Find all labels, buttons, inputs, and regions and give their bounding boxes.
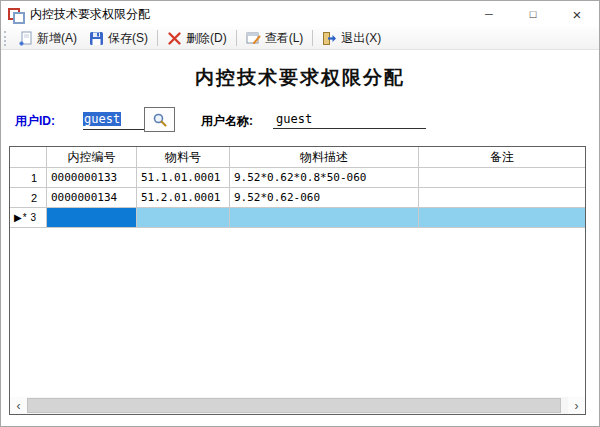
cell-material-no[interactable]: 51.1.01.0001 [137, 168, 230, 188]
toolbar: 新增(A) 保存(S) 删除(D) [1, 27, 599, 50]
maximize-button[interactable]: □ [511, 1, 555, 27]
cell-remark[interactable] [419, 188, 585, 208]
save-icon [89, 31, 104, 46]
window-controls: ─ □ × [467, 1, 599, 27]
delete-icon [167, 31, 182, 46]
cell-selected[interactable] [47, 208, 137, 228]
cell-material-no[interactable]: 51.2.01.0001 [137, 188, 230, 208]
grid-corner-cell[interactable] [10, 147, 47, 168]
cell-material-description[interactable]: 9.52*0.62*0.8*50-060 [230, 168, 419, 188]
view-button-label: 查看(L) [265, 30, 304, 47]
titlebar: 内控技术要求权限分配 ─ □ × [1, 1, 599, 27]
scroll-left-arrow-icon[interactable]: ‹ [10, 397, 27, 414]
delete-button[interactable]: 删除(D) [161, 28, 233, 48]
exit-icon [322, 31, 337, 46]
app-window: 内控技术要求权限分配 ─ □ × 新增(A) [0, 0, 600, 427]
user-id-value: guest [83, 112, 121, 126]
row-header[interactable]: 2 [10, 188, 47, 208]
table-row-new: ▶* 3 [10, 208, 585, 228]
scrollbar-thumb[interactable] [27, 398, 561, 413]
exit-button[interactable]: 退出(X) [316, 28, 387, 48]
grid-header-row: 内控编号 物料号 物料描述 备注 [10, 147, 585, 168]
user-lookup-button[interactable] [144, 107, 175, 132]
column-header-remark[interactable]: 备注 [419, 147, 585, 168]
table-row: 1 0000000133 51.1.01.0001 9.52*0.62*0.8*… [10, 168, 585, 188]
minimize-button[interactable]: ─ [467, 1, 511, 27]
user-name-input[interactable]: guest [273, 109, 426, 129]
save-button[interactable]: 保存(S) [83, 28, 154, 48]
toolbar-separator [236, 30, 237, 46]
user-id-input[interactable]: guest [83, 109, 144, 130]
table-row: 2 0000000134 51.2.01.0001 9.52*0.62-060 [10, 188, 585, 208]
view-icon [246, 31, 261, 46]
save-button-label: 保存(S) [108, 30, 148, 47]
cell-material-description[interactable] [230, 208, 419, 228]
row-header[interactable]: 1 [10, 168, 47, 188]
cell-internal-control-no[interactable]: 0000000133 [47, 168, 137, 188]
row-number: 3 [31, 212, 38, 223]
new-row-indicator-icon: ▶* [14, 212, 28, 223]
horizontal-scrollbar: ‹ › [10, 397, 585, 414]
user-name-value: guest [276, 112, 312, 126]
view-button[interactable]: 查看(L) [240, 28, 310, 48]
cell-material-description[interactable]: 9.52*0.62-060 [230, 188, 419, 208]
column-header-material-no[interactable]: 物料号 [137, 147, 230, 168]
close-button[interactable]: × [555, 1, 599, 27]
cell-remark[interactable] [419, 208, 585, 228]
delete-button-label: 删除(D) [186, 30, 227, 47]
cell-remark[interactable] [419, 168, 585, 188]
toolbar-grip-icon [4, 31, 8, 46]
scroll-right-arrow-icon[interactable]: › [568, 397, 585, 414]
cell-internal-control-no[interactable]: 0000000134 [47, 188, 137, 208]
toolbar-separator [312, 30, 313, 46]
add-button-label: 新增(A) [37, 30, 77, 47]
add-button[interactable]: 新增(A) [12, 28, 83, 48]
user-id-label: 用户ID: [15, 113, 55, 130]
column-header-material-description[interactable]: 物料描述 [230, 147, 419, 168]
window-title: 内控技术要求权限分配 [30, 6, 150, 23]
window-icon[interactable] [8, 7, 23, 22]
new-document-icon [18, 31, 33, 46]
window-icon-blue-square [13, 12, 25, 24]
user-name-label: 用户名称: [201, 113, 253, 130]
page-title: 内控技术要求权限分配 [1, 65, 599, 91]
data-grid: 内控编号 物料号 物料描述 备注 1 0000000133 51.1.01.00… [9, 146, 586, 415]
column-header-internal-control-no[interactable]: 内控编号 [47, 147, 137, 168]
exit-button-label: 退出(X) [341, 30, 381, 47]
row-header-new-row[interactable]: ▶* 3 [10, 208, 47, 228]
toolbar-separator [157, 30, 158, 46]
search-icon [152, 112, 168, 128]
cell-material-no[interactable] [137, 208, 230, 228]
